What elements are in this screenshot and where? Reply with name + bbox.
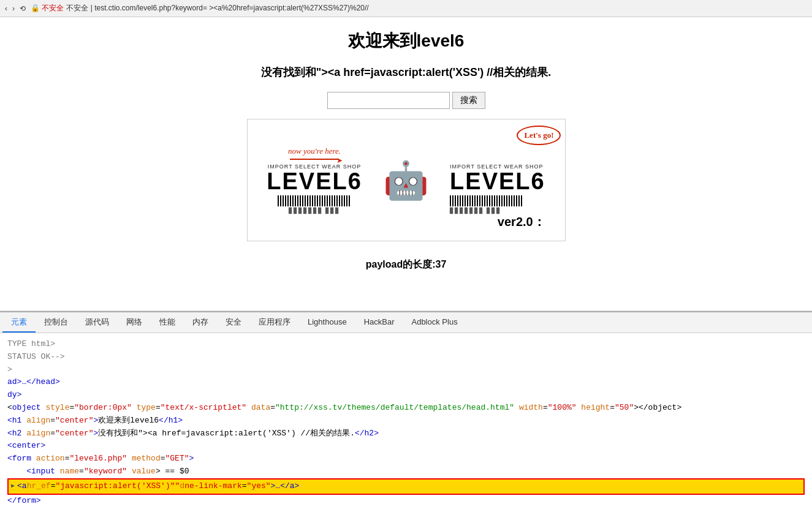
page-title: 欢迎来到level6 [348,29,465,53]
no-result-message: 没有找到和"><a href=javascript:alert('XSS') /… [261,65,552,80]
code-line-1: TYPE html> [7,338,805,351]
code-line-8: <h2 align="center">没有找到和"><a href=javasc… [7,427,805,440]
banner-ver: ver2.0： [450,214,545,230]
search-input[interactable] [327,92,450,109]
devtools-tab-应用程序[interactable]: 应用程序 [250,313,299,333]
devtools-tab-控制台[interactable]: 控制台 [36,313,77,333]
devtools-tab-bar: 元素控制台源代码网络性能内存安全应用程序LighthouseHackBarAdb… [0,312,812,333]
code-line-7: <h1 align="center">欢迎来到level6</h1> [7,415,805,427]
banner-robot: 🤖 [382,143,431,217]
banner-subtext-right: ▊▊▊▊▊▊▊ ▊▊▊ [450,208,545,214]
banner-level6-left: LEVEL6 [267,170,362,193]
code-line-12[interactable]: ▶<a hr_ef="javascript:alert('XSS')" " dn… [7,478,805,495]
devtools-tab-内存[interactable]: 内存 [184,313,217,333]
lets-go-bubble: Let's go! [517,126,561,145]
banner-inner: now you're here. ➤ IMPORT SELECT WEAR SH… [248,119,565,241]
expand-icon[interactable]: ▶ [11,481,15,491]
banner-right: Let's go! IMPORT SELECT WEAR SHOP LEVEL6… [430,122,564,238]
banner-left: now you're here. ➤ IMPORT SELECT WEAR SH… [248,122,382,238]
payload-info: payload的长度:37 [366,258,447,271]
banner-barcode-right [450,195,523,206]
reload-icon[interactable]: ⟲ [20,4,26,13]
now-text: now you're here. [288,146,341,156]
address-bar: ‹ › ⟲ 🔒 不安全 不安全 | test.ctio.com/level6.p… [0,0,812,17]
nav-back-icon[interactable]: ‹ [5,4,7,13]
code-line-13: </form> [7,495,805,508]
search-area: 搜索 [327,92,485,109]
code-line-4: ad>…</head> [7,376,805,389]
banner-subtext-left: ▊▊▊▊▊▊▊ ▊▊▊ [289,208,340,214]
banner-image: now you're here. ➤ IMPORT SELECT WEAR SH… [247,119,566,241]
code-line-6: <object style="border:0px" type="text/x-… [7,402,805,415]
code-line-2: STATUS OK--> [7,351,805,364]
security-badge: 🔒 不安全 [31,3,64,13]
devtools-panel: 元素控制台源代码网络性能内存安全应用程序LighthouseHackBarAdb… [0,311,812,512]
url-text: 不安全 | test.ctio.com/level6.php?keyword= … [66,3,368,13]
devtools-tab-元素[interactable]: 元素 [2,313,36,333]
banner-level6-right: LEVEL6 [450,170,545,193]
search-button[interactable]: 搜索 [452,92,485,109]
devtools-tab-网络[interactable]: 网络 [118,313,151,333]
code-line-10: <form action="level6.php" method="GET"> [7,453,805,465]
page-content: 欢迎来到level6 没有找到和"><a href=javascript:ale… [0,17,812,311]
devtools-tab-Lighthouse[interactable]: Lighthouse [299,314,355,331]
devtools-tab-安全[interactable]: 安全 [217,313,250,333]
code-line-11: <input name="keyword" value> == $0 [7,465,805,478]
code-area: TYPE html>STATUS OK-->>ad>…</head>dy><ob… [0,333,812,512]
nav-forward-icon[interactable]: › [12,4,15,13]
devtools-tab-性能[interactable]: 性能 [151,313,184,333]
code-line-9: <center> [7,440,805,453]
code-line-5: dy> [7,389,805,402]
devtools-tab-源代码[interactable]: 源代码 [77,313,118,333]
devtools-tab-Adblock Plus[interactable]: Adblock Plus [403,314,466,331]
banner-barcode-left [278,195,351,206]
code-line-3: > [7,364,805,377]
devtools-tab-HackBar[interactable]: HackBar [355,314,403,331]
